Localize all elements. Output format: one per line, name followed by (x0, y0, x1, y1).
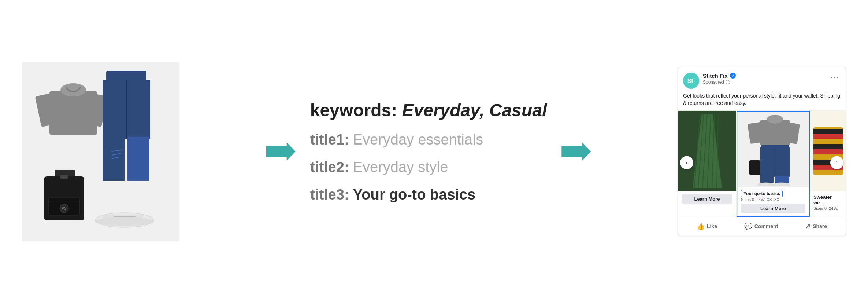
title2-line: title2: Everyday style (310, 159, 547, 175)
fb-verified-icon: ✓ (730, 73, 736, 79)
carousel-item-2-footer: Your go-to basics Sizes 0–24W, XS–3X Lea… (737, 187, 809, 216)
title1-value: Everyday essentials (353, 131, 483, 148)
product-svg: PS (31, 67, 170, 236)
carousel-item-1-footer: Learn More (678, 191, 736, 217)
comment-icon: 💬 (744, 222, 752, 230)
product-image-section: PS (22, 62, 179, 241)
keywords-line: keywords: Everyday, Casual (310, 100, 547, 120)
svg-rect-34 (748, 122, 764, 144)
keywords-value: Everyday, Casual (402, 101, 547, 120)
fb-avatar: SF (683, 73, 699, 89)
carousel-item-2-subtitle: Sizes 0–24W, XS–3X (741, 197, 805, 202)
fb-actions-bar: 👍 Like 💬 Comment ↗ Share (678, 217, 846, 236)
carousel-item-2: Your go-to basics Sizes 0–24W, XS–3X Lea… (737, 111, 810, 217)
share-label: Share (813, 223, 827, 229)
svg-point-33 (767, 115, 783, 124)
svg-text:PS: PS (62, 207, 67, 211)
fb-brand-name: Stitch Fix (703, 73, 728, 79)
fb-carousel: ‹ Learn More (678, 110, 846, 217)
svg-rect-41 (749, 160, 760, 175)
keywords-section: keywords: Everyday, Casual title1: Every… (179, 100, 678, 203)
svg-text:SF: SF (687, 78, 695, 84)
fb-sponsored: Sponsored (703, 80, 826, 85)
comment-label: Comment (754, 223, 778, 229)
carousel-item-2-learn-more[interactable]: Learn More (741, 204, 805, 213)
carousel-item-1-image (678, 111, 736, 191)
like-icon: 👍 (697, 222, 705, 230)
fb-more-button[interactable]: ··· (829, 73, 841, 81)
titles-content: keywords: Everyday, Casual title1: Every… (310, 100, 547, 203)
svg-point-43 (774, 183, 790, 186)
svg-rect-39 (760, 176, 774, 183)
carousel-nav-left[interactable]: ‹ (680, 156, 693, 169)
left-arrow (266, 142, 296, 161)
svg-point-1 (60, 83, 86, 96)
carousel-nav-right[interactable]: › (830, 156, 843, 169)
keywords-prefix: keywords: (310, 101, 402, 120)
title3-value: Your go-to basics (353, 186, 475, 203)
carousel-item-3-subtitle: Sizes 0–24W, (813, 206, 842, 211)
fb-sponsored-label: Sponsored (703, 80, 724, 85)
fb-ad-meta: Stitch Fix ✓ Sponsored (703, 73, 826, 85)
carousel-item-2-image (737, 112, 809, 187)
share-icon: ↗ (805, 222, 810, 230)
fb-share-button[interactable]: ↗ Share (801, 220, 831, 233)
main-container: PS keywords: Everyday, Casual (0, 0, 868, 303)
title2-value: Everyday style (353, 159, 448, 175)
title2-label: title2: (310, 159, 349, 175)
product-image: PS (22, 62, 179, 241)
carousel-item-3-title: Sweater we... (813, 194, 842, 205)
title3-label: title3: (310, 186, 349, 203)
title3-line: title3: Your go-to basics (310, 186, 547, 203)
svg-rect-35 (783, 122, 800, 144)
svg-rect-40 (775, 176, 789, 183)
fb-globe-icon (726, 80, 730, 84)
carousel-item-3-image (810, 111, 846, 191)
fb-ad-header: SF Stitch Fix ✓ Sponsored ··· (678, 67, 846, 92)
carousel-item-1-learn-more[interactable]: Learn More (682, 194, 732, 204)
fb-comment-button[interactable]: 💬 Comment (740, 220, 783, 233)
fb-ad-section: SF Stitch Fix ✓ Sponsored ··· Get looks … (678, 67, 846, 236)
fb-brand-row: Stitch Fix ✓ (703, 73, 826, 79)
carousel-item-2-title: Your go-to basics (741, 190, 783, 197)
svg-rect-7 (103, 137, 125, 181)
title1-line: title1: Everyday essentials (310, 131, 547, 148)
fb-ad-body-text: Get looks that reflect your personal sty… (678, 92, 846, 110)
svg-point-21 (95, 217, 154, 226)
title1-label: title1: (310, 131, 349, 148)
like-label: Like (707, 223, 717, 229)
carousel-item-3-footer: Sweater we... Sizes 0–24W, (810, 191, 846, 217)
fb-like-button[interactable]: 👍 Like (692, 220, 722, 233)
svg-point-42 (758, 183, 774, 186)
svg-rect-16 (60, 175, 68, 179)
right-arrow (561, 142, 591, 161)
svg-rect-8 (127, 137, 149, 181)
